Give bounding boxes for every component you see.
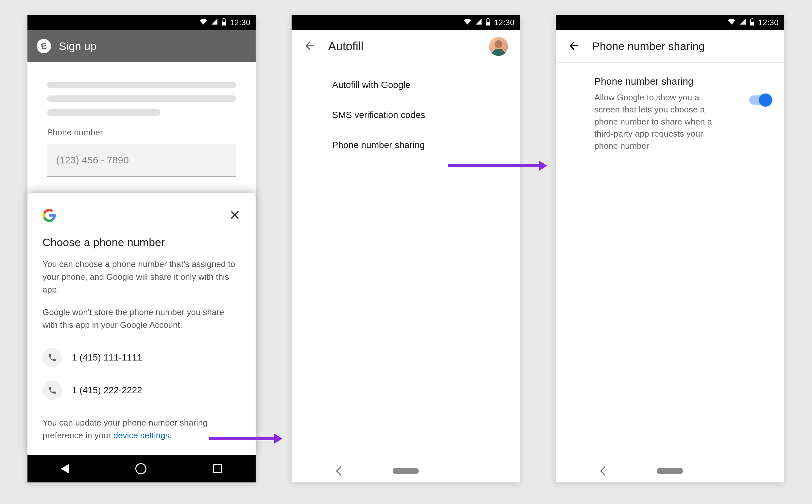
nav-back-chevron-icon[interactable] [600,466,609,476]
settings-item-autofill-google[interactable]: Autofill with Google [292,70,520,100]
app-header: E Sign up [27,30,256,62]
status-bar: 12:30 [292,15,520,30]
cell-signal-icon [739,18,746,27]
nav-recent-icon[interactable] [213,464,222,473]
svg-rect-4 [487,18,489,19]
status-time: 12:30 [230,18,250,27]
svg-rect-8 [752,18,753,19]
phone-option-number: 1 (415) 111-1111 [72,352,142,363]
skeleton-line [47,95,236,102]
settings-header: Autofill [292,30,520,63]
wifi-icon [199,18,208,27]
nav-back-chevron-icon[interactable] [336,466,345,476]
battery-icon [485,18,491,27]
status-bar: 12:30 [27,15,256,30]
app-header-title: Sign up [59,40,96,53]
setting-row[interactable]: Phone number sharing Allow Google to sho… [556,63,784,152]
nav-back-icon[interactable] [61,464,69,473]
settings-header: Phone number sharing [556,30,784,63]
phone-icon [42,380,62,400]
toggle-knob [759,93,772,107]
phone-number-sheet: ✕ Choose a phone number You can choose a… [27,193,256,455]
status-time: 12:30 [758,18,779,27]
svg-rect-5 [487,19,490,22]
status-time: 12:30 [494,18,515,27]
skeleton-line [47,109,161,116]
close-sheet-button[interactable]: ✕ [229,209,241,222]
gesture-nav-bar [292,460,520,482]
wifi-icon [463,18,472,27]
back-button[interactable] [567,40,580,53]
phone-option-number: 1 (415) 222-2222 [72,385,142,395]
svg-rect-2 [223,19,226,22]
phone-option[interactable]: 1 (415) 111-1111 [42,341,241,374]
gesture-nav-bar [556,460,784,482]
nav-home-icon[interactable] [135,463,146,474]
phone-input-placeholder: (123) 456 - 7890 [56,155,129,166]
settings-item-phone-sharing[interactable]: Phone number sharing [292,130,520,160]
app-logo: E [35,38,52,55]
wifi-icon [727,18,736,27]
signup-form: Phone number (123) 456 - 7890 [27,62,256,177]
sheet-footer-text: . [170,430,172,440]
settings-item-sms-codes[interactable]: SMS verification codes [292,100,520,130]
skeleton-line [47,82,236,88]
svg-rect-1 [223,18,225,19]
setting-row-title: Phone number sharing [594,76,733,87]
phone-option[interactable]: 1 (415) 222-2222 [42,374,241,407]
sheet-paragraph: You can choose a phone number that's ass… [42,258,241,296]
settings-title: Phone number sharing [592,40,705,53]
nav-home-pill[interactable] [657,468,683,474]
svg-point-6 [495,40,502,48]
phone-sharing-toggle[interactable] [749,95,771,105]
android-nav-bar [27,455,256,482]
battery-icon [221,18,227,27]
cell-signal-icon [475,18,482,27]
status-bar: 12:30 [556,15,784,30]
account-avatar[interactable] [489,37,508,56]
sheet-paragraph: Google won't store the phone number you … [42,306,241,331]
back-button[interactable] [303,40,316,53]
nav-home-pill[interactable] [393,468,419,474]
settings-list: Autofill with Google SMS verification co… [292,63,520,160]
battery-icon [750,18,755,27]
google-logo-icon [42,209,56,222]
setting-row-description: Allow Google to show you a screen that l… [594,92,722,152]
phone-screen-signup: 12:30 E Sign up Phone number (123) 456 -… [27,15,256,482]
flow-arrow [209,437,275,440]
sheet-title: Choose a phone number [42,236,241,249]
phone-input[interactable]: (123) 456 - 7890 [47,144,236,177]
phone-screen-phone-sharing: 12:30 Phone number sharing Phone number … [556,15,784,482]
device-settings-link[interactable]: device settings [113,430,170,440]
flow-arrow [448,164,539,167]
phone-screen-autofill: 12:30 Autofill Autofill with Google SMS … [292,15,520,482]
phone-icon [42,348,62,367]
settings-title: Autofill [328,40,477,53]
phone-field-label: Phone number [47,127,236,138]
cell-signal-icon [211,18,218,27]
svg-rect-9 [751,19,754,22]
